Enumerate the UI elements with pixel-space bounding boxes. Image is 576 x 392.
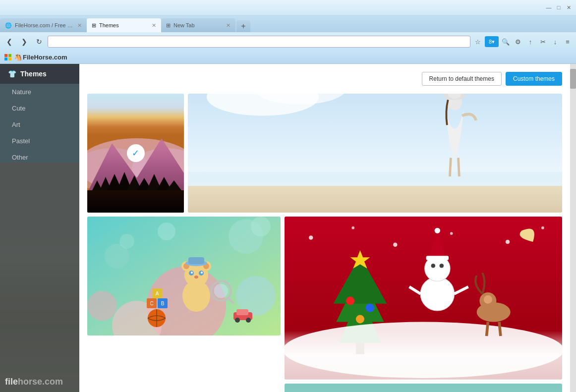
address-input[interactable] [48,36,470,48]
svg-point-60 [235,318,240,323]
svg-rect-20 [188,186,562,213]
svg-point-43 [201,272,203,274]
svg-point-61 [246,318,251,323]
svg-rect-46 [188,257,204,264]
svg-point-78 [420,277,454,311]
bookmark-filehorse[interactable]: 🐴 FileHorse.com [4,54,67,61]
main-content: 👕 Themes Nature Cute Art Pastel Other [0,64,576,392]
tab-favicon: 🌐 [5,22,12,29]
forward-button[interactable]: ❯ [18,35,31,48]
theme-item-sunset[interactable]: ✓ [87,94,184,213]
svg-point-81 [440,264,444,268]
filehorse-text: FileHorse.com [23,54,67,61]
minimize-button[interactable]: — [545,4,552,11]
refresh-button[interactable]: ↻ [33,35,46,48]
tab-favicon-3: ⊞ [166,22,171,29]
scissors-icon[interactable]: ✂ [537,36,548,47]
svg-text:A: A [156,291,159,296]
extension-icon[interactable]: ⚙ [513,36,523,47]
upload-icon[interactable]: ↑ [525,36,536,47]
tab-close-3-icon[interactable]: ✕ [226,22,230,29]
svg-point-28 [119,234,134,249]
tab-favicon-2: ⊞ [92,22,96,29]
toolbar-icons: ☆ 8▾ 🔍 ⚙ ↑ ✂ ↓ ≡ [472,36,573,47]
themes-grid: ✓ [87,94,562,392]
tab-close-2-icon[interactable]: ✕ [152,22,156,29]
title-bar: — □ ✕ [0,0,576,15]
address-bar: ❮ ❯ ↻ ☆ 8▾ 🔍 ⚙ ↑ ✂ ↓ ≡ [0,32,576,51]
svg-point-66 [450,232,453,235]
new-tab-button[interactable]: + [236,20,250,32]
sidebar-item-other[interactable]: Other [0,149,79,166]
svg-rect-59 [236,309,248,315]
themes-panel[interactable]: Return to default themes Custom themes [79,64,570,392]
svg-point-80 [431,264,436,268]
theme-item-winter[interactable] [285,384,562,392]
filehorse-logo: 🐴 FileHorse.com [14,54,67,61]
selected-checkmark: ✓ [127,144,145,162]
themes-icon: 👕 [8,70,16,78]
svg-point-26 [251,217,271,236]
svg-point-84 [435,228,440,233]
svg-text:C: C [150,301,153,306]
tab-filehorse[interactable]: 🌐 FileHorse.com / Free Soft ✕ [0,18,87,32]
svg-rect-92 [285,384,562,392]
tab-label-3: New Tab [173,22,195,28]
close-button[interactable]: ✕ [565,4,572,11]
svg-point-89 [484,295,492,304]
svg-point-75 [366,304,374,312]
return-default-button[interactable]: Return to default themes [422,72,502,86]
sidebar-item-cute[interactable]: Cute [0,100,79,116]
svg-point-77 [285,322,562,378]
themes-row-2: C B A [87,217,562,392]
user-icon[interactable]: 8▾ [485,36,499,47]
download-icon[interactable]: ↓ [550,36,561,47]
back-button[interactable]: ❮ [3,35,16,48]
svg-line-91 [499,322,501,336]
tab-bar: 🌐 FileHorse.com / Free Soft ✕ ⊞ Themes ✕… [0,15,576,32]
sidebar-item-pastel[interactable]: Pastel [0,133,79,149]
svg-line-90 [487,322,488,336]
tab-label-2: Themes [99,22,119,28]
svg-point-49 [214,284,228,298]
watermark: filehorse.com [5,377,63,387]
theme-item-christmas[interactable] [285,217,562,380]
ms-logo [4,54,12,61]
sidebar-title: 👕 Themes [0,64,79,84]
search-icon[interactable]: 🔍 [500,36,511,47]
svg-point-44 [194,276,198,279]
star-icon[interactable]: ☆ [472,36,483,47]
scrollbar-thumb[interactable] [570,69,576,89]
svg-point-32 [87,291,117,321]
custom-themes-button[interactable]: Custom themes [506,72,562,86]
browser-window: — □ ✕ 🌐 FileHorse.com / Free Soft ✕ ⊞ Th… [0,0,576,392]
svg-point-64 [351,226,354,229]
svg-point-74 [346,297,354,305]
tab-themes[interactable]: ⊞ Themes ✕ [87,18,161,32]
sidebar: 👕 Themes Nature Cute Art Pastel Other [0,64,79,392]
svg-rect-83 [426,256,449,260]
svg-point-29 [158,223,175,240]
svg-point-63 [309,235,313,240]
tab-label: FileHorse.com / Free Soft [15,22,74,28]
svg-point-68 [541,226,544,229]
menu-icon[interactable]: ≡ [562,36,573,47]
right-column [285,217,562,392]
svg-point-65 [393,242,398,247]
maximize-button[interactable]: □ [555,4,562,11]
svg-point-42 [191,272,193,274]
svg-point-76 [356,315,364,323]
top-buttons: Return to default themes Custom themes [87,72,562,86]
theme-item-beach[interactable] [188,94,562,213]
tab-newtab[interactable]: ⊞ New Tab ✕ [161,18,235,32]
sidebar-item-art[interactable]: Art [0,116,79,133]
svg-text:B: B [161,301,165,306]
sidebar-item-nature[interactable]: Nature [0,84,79,100]
scrollbar-track[interactable] [570,64,576,392]
theme-item-cute[interactable]: C B A [87,217,281,336]
tab-close-icon[interactable]: ✕ [77,22,82,29]
themes-row-1: ✓ [87,94,562,213]
svg-rect-5 [87,190,184,213]
bookmarks-bar: 🐴 FileHorse.com [0,51,576,64]
svg-point-67 [506,240,510,244]
